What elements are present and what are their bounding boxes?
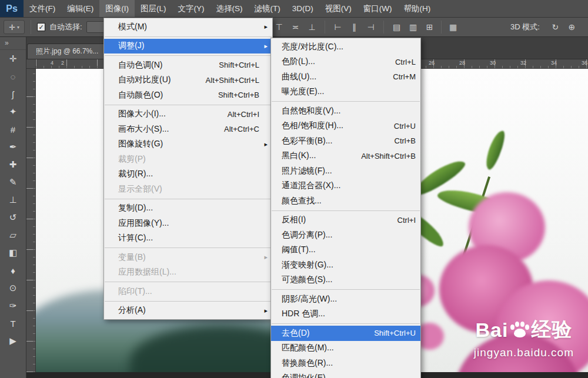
menu-item[interactable]: 色调均化(E) xyxy=(271,371,420,378)
menu-item[interactable]: 分析(A)▸ xyxy=(104,303,272,319)
menu-item[interactable]: 照片滤镜(F)... xyxy=(271,163,420,179)
menubar-item[interactable]: 选择(S) xyxy=(211,0,249,17)
distribute-top-icon[interactable]: ▤ xyxy=(389,21,404,34)
quick-selection-tool[interactable]: ✦ xyxy=(0,103,26,121)
3d-pan-icon[interactable]: ⊕ xyxy=(564,21,579,34)
menubar-item[interactable]: 滤镜(T) xyxy=(249,0,286,17)
marquee-tool[interactable]: ◌ xyxy=(0,68,26,85)
vertical-ruler[interactable] xyxy=(26,69,36,372)
ruler-corner[interactable] xyxy=(26,59,36,69)
menu-item[interactable]: 自动色调(N)Shift+Ctrl+L xyxy=(104,58,272,73)
menu-item[interactable]: 模式(M)▸ xyxy=(104,19,272,35)
history-brush-tool[interactable]: ↺ xyxy=(0,209,26,226)
menu-item-right: Alt+Shift+Ctrl+L xyxy=(206,76,268,85)
menu-item-label: 调整(J) xyxy=(118,41,144,51)
menu-item[interactable]: 黑白(K)...Alt+Shift+Ctrl+B xyxy=(271,149,420,164)
menu-separator xyxy=(272,101,420,102)
distribute-middle-icon[interactable]: ▥ xyxy=(406,21,420,34)
menu-item[interactable]: 曝光度(E)... xyxy=(271,85,420,100)
menu-item[interactable]: 计算(C)... xyxy=(104,231,272,246)
separator xyxy=(31,20,31,34)
check-icon: ✓ xyxy=(38,24,44,31)
workspace-grid-icon[interactable]: ▦ xyxy=(446,21,460,34)
pen-tool[interactable]: ✑ xyxy=(0,297,26,315)
current-tool-preset[interactable]: ✛ ▾ xyxy=(4,20,25,34)
menu-item[interactable]: 反相(I)Ctrl+I xyxy=(271,213,420,228)
menubar-item[interactable]: 文件(F) xyxy=(24,0,61,17)
options-bar-right: ⊤≍⊥⊢∥⊣▤▥⊞ ▦ 3D 模式: ↻⊕ xyxy=(272,18,586,36)
menu-item-label: 应用数据组(L)... xyxy=(118,267,176,277)
menubar-item[interactable]: 图层(L) xyxy=(135,0,172,17)
menubar-item[interactable]: 3D(D) xyxy=(286,0,319,17)
menu-item-shortcut: Alt+Shift+Ctrl+L xyxy=(206,76,259,85)
menu-item[interactable]: 亮度/对比度(C)... xyxy=(271,39,420,55)
eraser-tool[interactable]: ▱ xyxy=(0,226,26,244)
menubar-item[interactable]: 帮助(H) xyxy=(397,0,436,17)
menu-item-right: ▸ xyxy=(260,141,268,148)
separator xyxy=(441,21,442,34)
align-right-edges-icon[interactable]: ⊣ xyxy=(363,21,378,34)
menu-item-right: Ctrl+U xyxy=(394,122,416,131)
menu-item[interactable]: 画布大小(S)...Alt+Ctrl+C xyxy=(104,122,272,137)
align-top-edges-icon[interactable]: ⊤ xyxy=(272,21,286,34)
auto-select-checkbox[interactable]: ✓ xyxy=(37,23,45,31)
menu-item[interactable]: 曲线(U)...Ctrl+M xyxy=(271,69,420,85)
document-tab[interactable]: 照片.jpg @ 66.7%... xyxy=(27,44,107,59)
menu-item[interactable]: 颜色查找... xyxy=(271,193,420,209)
menu-item[interactable]: HDR 色调... xyxy=(271,307,420,322)
collapse-panel-chevrons-icon[interactable]: » xyxy=(0,37,26,50)
menu-item[interactable]: 阈值(T)... xyxy=(271,243,420,258)
menu-item-shortcut: Alt+Shift+Ctrl+B xyxy=(361,152,416,160)
align-horizontal-centers-icon[interactable]: ∥ xyxy=(347,21,362,34)
menubar-item[interactable]: 窗口(W) xyxy=(358,0,398,17)
align-left-edges-icon[interactable]: ⊢ xyxy=(330,21,345,34)
path-selection-tool[interactable]: ▶ xyxy=(0,332,26,350)
lasso-tool[interactable]: ʃ xyxy=(0,85,26,103)
menu-item[interactable]: 匹配颜色(M)... xyxy=(271,341,420,356)
menu-item-shortcut: Ctrl+B xyxy=(395,136,416,145)
clone-stamp-tool[interactable]: ⊥ xyxy=(0,191,26,209)
menu-item[interactable]: 阴影/高光(W)... xyxy=(271,292,420,307)
move-tool[interactable]: ✛ xyxy=(0,50,26,68)
menu-item[interactable]: 渐变映射(G)... xyxy=(271,257,420,273)
menu-item[interactable]: 色调分离(P)... xyxy=(271,228,420,243)
menu-item[interactable]: 替换颜色(R)... xyxy=(271,356,420,371)
dodge-tool[interactable]: ⊙ xyxy=(0,279,26,297)
photoshop-window: { "app": { "logo": "Ps", "title_tab": "照… xyxy=(0,0,588,378)
menu-item[interactable]: 色相/饱和度(H)...Ctrl+U xyxy=(271,119,420,134)
menu-item-shortcut: Shift+Ctrl+L xyxy=(219,61,259,69)
menu-item[interactable]: 去色(D)Shift+Ctrl+U xyxy=(271,326,420,341)
menubar-item[interactable]: 图像(I) xyxy=(99,0,135,17)
healing-brush-tool[interactable]: ✚ xyxy=(0,156,26,173)
menubar-item[interactable]: 文字(Y) xyxy=(172,0,211,17)
menu-item[interactable]: 应用图像(Y)... xyxy=(104,216,272,231)
menu-item[interactable]: 复制(D)... xyxy=(104,201,272,216)
brush-tool[interactable]: ✎ xyxy=(0,173,26,191)
distribute-bottom-icon[interactable]: ⊞ xyxy=(422,21,437,34)
menubar-item[interactable]: 编辑(E) xyxy=(61,0,99,17)
align-bottom-edges-icon[interactable]: ⊥ xyxy=(305,21,319,34)
menu-item[interactable]: 色彩平衡(B)...Ctrl+B xyxy=(271,133,420,149)
menu-item[interactable]: 自动颜色(O)Shift+Ctrl+B xyxy=(104,88,272,103)
menu-item[interactable]: 自动对比度(U)Alt+Shift+Ctrl+L xyxy=(104,73,272,88)
menu-item[interactable]: 裁切(R)... xyxy=(104,167,272,182)
menu-item[interactable]: 图像大小(I)...Alt+Ctrl+I xyxy=(104,107,272,122)
leaf xyxy=(483,129,508,172)
menu-item[interactable]: 色阶(L)...Ctrl+L xyxy=(271,55,420,70)
3d-rotate-icon[interactable]: ↻ xyxy=(548,21,563,34)
crop-tool[interactable]: # xyxy=(0,121,26,138)
menubar-item[interactable]: 视图(V) xyxy=(319,0,358,17)
menu-item[interactable]: 可选颜色(S)... xyxy=(271,273,420,288)
type-tool[interactable]: T xyxy=(0,315,26,332)
menu-item[interactable]: 通道混合器(X)... xyxy=(271,179,420,194)
menu-item[interactable]: 图像旋转(G)▸ xyxy=(104,137,272,152)
gradient-tool[interactable]: ◧ xyxy=(0,244,26,262)
menu-item[interactable]: 自然饱和度(V)... xyxy=(271,103,420,119)
submenu-arrow-icon: ▸ xyxy=(260,42,268,50)
submenu-arrow-icon: ▸ xyxy=(260,23,268,31)
eyedropper-tool[interactable]: ✒ xyxy=(0,138,26,156)
blur-tool[interactable]: ♦ xyxy=(0,262,26,279)
move-tool-icon: ✛ xyxy=(9,23,15,32)
menu-item[interactable]: 调整(J)▸ xyxy=(104,39,272,54)
align-vertical-centers-icon[interactable]: ≍ xyxy=(288,21,303,34)
